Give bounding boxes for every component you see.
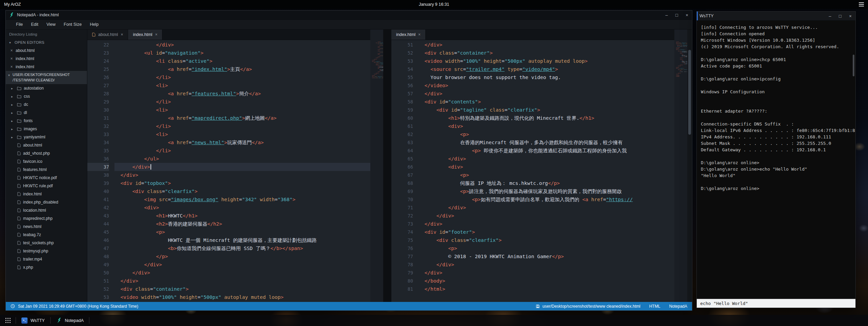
- line-number[interactable]: 46: [87, 236, 109, 244]
- taskbar-item-wstty[interactable]: >_ WsTTY: [16, 315, 50, 326]
- line-number[interactable]: 31: [87, 114, 109, 122]
- code-line[interactable]: </div>: [114, 163, 370, 171]
- tab-index.html[interactable]: index.html×: [391, 30, 426, 40]
- line-number[interactable]: 66: [391, 163, 413, 171]
- code-line[interactable]: <li>: [114, 106, 370, 114]
- open-editor-item[interactable]: ×index.html: [6, 63, 87, 71]
- tree-file[interactable]: index.php_disabled: [6, 198, 87, 206]
- line-number[interactable]: 73: [391, 220, 413, 228]
- line-number[interactable]: 76: [391, 244, 413, 252]
- code-line[interactable]: <video width="100%" height="500px" autop…: [114, 293, 370, 301]
- code-line[interactable]: <div>: [419, 163, 674, 171]
- line-number[interactable]: 56: [391, 81, 413, 90]
- line-number[interactable]: 48: [87, 252, 109, 261]
- tree-folder[interactable]: ▸css: [6, 92, 87, 100]
- tree-folder[interactable]: ▸fonts: [6, 117, 87, 125]
- terminal-output[interactable]: [info] Connecting to arozos WsTTY servic…: [697, 21, 855, 299]
- code-line[interactable]: <div id="footer">: [419, 228, 674, 236]
- line-number[interactable]: 50: [87, 269, 109, 277]
- close-editor-icon[interactable]: ×: [10, 56, 13, 61]
- open-editor-item[interactable]: ×about.html: [6, 46, 87, 55]
- code-line[interactable]: 在香港的Minecraft 伺服器中，多為小遊戲和純生存的伺服器，較少擁有: [419, 138, 674, 147]
- tab-about.html[interactable]: about.html×: [87, 30, 128, 40]
- minimap-right[interactable]: </div> <div class="container"> <video wi…: [674, 30, 687, 302]
- minimize-button[interactable]: –: [661, 11, 672, 19]
- line-number[interactable]: 72: [391, 212, 413, 220]
- line-number[interactable]: 68: [391, 179, 413, 187]
- code-line[interactable]: <img src="images/box.png" height="342" w…: [114, 195, 370, 204]
- minimize-button[interactable]: –: [825, 12, 835, 20]
- open-editors-section[interactable]: ▾ OPEN EDITORS: [6, 38, 87, 46]
- line-number[interactable]: 78: [391, 261, 413, 269]
- code-line[interactable]: <div id="tagline" class="clearfix">: [419, 106, 674, 114]
- line-number[interactable]: 45: [87, 228, 109, 236]
- scrollbar-thumb[interactable]: [688, 50, 691, 135]
- code-line[interactable]: <h2>香港的建築伺服器</h2>: [114, 220, 370, 228]
- code-editor-right[interactable]: </div> <div class="container"> <video wi…: [419, 41, 674, 302]
- code-line[interactable]: <li>: [114, 130, 370, 138]
- tree-file[interactable]: test_sockets.php: [6, 239, 87, 247]
- line-number[interactable]: 40: [87, 187, 109, 195]
- menu-edit[interactable]: Edit: [27, 20, 42, 30]
- line-number[interactable]: 69: [391, 187, 413, 195]
- line-number[interactable]: 37: [87, 163, 109, 171]
- code-line[interactable]: <a href="news.html">玩家傳送門</a>: [114, 138, 370, 147]
- tree-file[interactable]: favicon.ico: [6, 157, 87, 166]
- code-line[interactable]: 伺服器 IP 地址為： mcs.hkwtc.org</p>: [419, 179, 674, 187]
- line-number[interactable]: 35: [87, 147, 109, 155]
- line-number[interactable]: 62: [391, 130, 413, 138]
- code-line[interactable]: </li>: [114, 73, 370, 81]
- tree-file[interactable]: HKWTC notice.pdf: [6, 174, 87, 182]
- menu-help[interactable]: Help: [86, 20, 103, 30]
- code-line[interactable]: </div>: [419, 204, 674, 212]
- code-line[interactable]: HKWTC 是一個 Minecraft 的建築伺服器，主要建築計劃包括鐵路: [114, 236, 370, 244]
- line-number[interactable]: 44: [87, 220, 109, 228]
- code-line[interactable]: <p>: [419, 244, 674, 252]
- line-number[interactable]: 22: [87, 41, 109, 49]
- line-number[interactable]: 51: [87, 277, 109, 285]
- close-editor-icon[interactable]: ×: [10, 48, 13, 53]
- line-number[interactable]: 41: [87, 195, 109, 204]
- line-number[interactable]: 52: [391, 49, 413, 57]
- status-language-mode[interactable]: HTML: [649, 304, 660, 309]
- code-line[interactable]: </li>: [114, 122, 370, 130]
- line-number[interactable]: 58: [391, 98, 413, 106]
- line-number[interactable]: 39: [87, 179, 109, 187]
- hamburger-menu-icon[interactable]: [859, 2, 864, 6]
- tree-file[interactable]: testmysql.php: [6, 247, 87, 255]
- code-line[interactable]: </div>: [419, 212, 674, 220]
- line-number[interactable]: 60: [391, 114, 413, 122]
- taskbar-item-notepada[interactable]: NotepadA: [51, 315, 89, 326]
- line-number[interactable]: 29: [87, 98, 109, 106]
- line-number[interactable]: 42: [87, 204, 109, 212]
- tree-file[interactable]: trailer.mp4: [6, 255, 87, 263]
- line-number[interactable]: 27: [87, 81, 109, 90]
- notepada-titlebar[interactable]: NotepadA - index.html – □ ×: [6, 11, 692, 20]
- code-line[interactable]: <div id="topbox">: [114, 179, 370, 187]
- line-number[interactable]: 47: [87, 244, 109, 252]
- terminal-command-input[interactable]: echo "Hello World": [697, 299, 855, 308]
- line-number[interactable]: 57: [391, 90, 413, 98]
- code-line[interactable]: <li>: [114, 81, 370, 90]
- minimap-left[interactable]: </div> <ul id="navigation"> <li class="a…: [370, 30, 383, 302]
- line-number[interactable]: 32: [87, 122, 109, 130]
- code-line[interactable]: <div class="container">: [114, 285, 370, 293]
- code-line[interactable]: </ul>: [114, 155, 370, 163]
- code-line[interactable]: </div>: [419, 155, 674, 163]
- line-number[interactable]: 53: [87, 293, 109, 301]
- line-number[interactable]: 52: [87, 285, 109, 293]
- tab-close-icon[interactable]: ×: [418, 32, 421, 37]
- line-number[interactable]: 23: [87, 49, 109, 57]
- code-line[interactable]: <a href="features.html">簡介</a>: [114, 90, 370, 98]
- line-number[interactable]: 74: [391, 228, 413, 236]
- line-number[interactable]: 33: [87, 130, 109, 138]
- code-line[interactable]: <h1>特別為建築及鐵路而設，現代化的 Minecraft 世界.</h1>: [419, 114, 674, 122]
- tree-file[interactable]: x.php: [6, 263, 87, 271]
- maximize-button[interactable]: □: [835, 12, 845, 20]
- tab-close-icon[interactable]: ×: [155, 32, 157, 37]
- code-line[interactable]: <p>: [419, 171, 674, 179]
- tree-folder[interactable]: ▸images: [6, 125, 87, 133]
- code-line[interactable]: <div class="clearfix">: [419, 236, 674, 244]
- code-line[interactable]: <source src="trailer.mp4" type="video/mp…: [419, 65, 674, 73]
- code-line[interactable]: </p>: [114, 252, 370, 261]
